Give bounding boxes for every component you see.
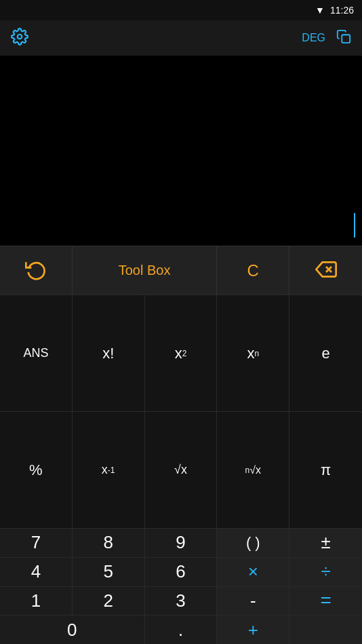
- svg-point-0: [18, 35, 22, 39]
- toolbar-row: Tool Box C: [0, 246, 362, 295]
- equals-button[interactable]: =: [289, 587, 362, 615]
- button-3[interactable]: 3: [145, 587, 218, 615]
- calculator: Tool Box C ANS x! x2 xn e % x-1 √x n√x π: [0, 246, 362, 644]
- wifi-icon: ▼: [315, 5, 325, 16]
- button-9[interactable]: 9: [145, 529, 218, 557]
- func-row-2: % x-1 √x n√x π: [0, 411, 362, 528]
- display-area: [0, 56, 362, 246]
- toolbox-label: Tool Box: [119, 263, 171, 278]
- cursor: [354, 213, 355, 238]
- dot-button[interactable]: .: [145, 615, 218, 644]
- minus-button[interactable]: -: [217, 587, 289, 615]
- num-row-3: 1 2 3 - =: [0, 586, 362, 615]
- button-6[interactable]: 6: [145, 558, 218, 586]
- multiply-button[interactable]: ×: [217, 558, 289, 586]
- clear-button[interactable]: C: [217, 246, 289, 295]
- plusminus-button[interactable]: ±: [289, 529, 362, 557]
- deg-button[interactable]: DEG: [302, 32, 325, 44]
- button-1[interactable]: 1: [0, 587, 73, 615]
- inverse-button[interactable]: x-1: [73, 412, 145, 528]
- toolbox-button[interactable]: Tool Box: [73, 246, 218, 295]
- button-0[interactable]: 0: [0, 615, 145, 644]
- button-4[interactable]: 4: [0, 558, 73, 586]
- number-section: 7 8 9 ( ) ± 4 5 6 × ÷ 1 2 3 - = 0 . +: [0, 528, 362, 644]
- ans-button[interactable]: ANS: [0, 295, 73, 411]
- button-5[interactable]: 5: [73, 558, 145, 586]
- clear-label: C: [247, 261, 259, 280]
- top-bar: DEG: [0, 20, 362, 56]
- paren-button[interactable]: ( ): [217, 529, 289, 557]
- svg-rect-1: [342, 35, 350, 43]
- history-button[interactable]: [0, 246, 73, 295]
- button-8[interactable]: 8: [73, 529, 145, 557]
- e-button[interactable]: e: [289, 295, 362, 411]
- num-row-2: 4 5 6 × ÷: [0, 557, 362, 586]
- copy-icon[interactable]: [336, 29, 351, 47]
- button-7[interactable]: 7: [0, 529, 73, 557]
- func-row-1: ANS x! x2 xn e: [0, 295, 362, 411]
- num-row-1: 7 8 9 ( ) ±: [0, 528, 362, 557]
- percent-button[interactable]: %: [0, 412, 73, 528]
- empty-cell: [289, 615, 362, 644]
- plus-button[interactable]: +: [217, 615, 289, 644]
- history-icon: [25, 259, 47, 283]
- power-button[interactable]: xn: [217, 295, 289, 411]
- divide-button[interactable]: ÷: [289, 558, 362, 586]
- sqrt-button[interactable]: √x: [145, 412, 218, 528]
- button-2[interactable]: 2: [73, 587, 145, 615]
- num-row-4: 0 . +: [0, 615, 362, 644]
- backspace-button[interactable]: [289, 246, 362, 295]
- top-bar-right: DEG: [302, 29, 351, 47]
- backspace-icon: [315, 259, 337, 283]
- pi-button[interactable]: π: [289, 412, 362, 528]
- nth-root-button[interactable]: n√x: [217, 412, 289, 528]
- status-bar: ▼ 11:26: [0, 0, 362, 20]
- settings-icon[interactable]: [11, 28, 28, 48]
- factorial-button[interactable]: x!: [73, 295, 145, 411]
- square-button[interactable]: x2: [145, 295, 218, 411]
- status-time: 11:26: [330, 5, 354, 16]
